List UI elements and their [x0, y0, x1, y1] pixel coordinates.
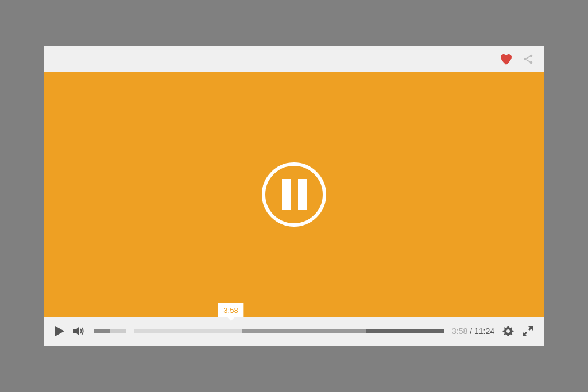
video-player: 3:58 3:58 / 11:24	[44, 46, 544, 346]
pause-icon	[282, 179, 291, 210]
video-viewport[interactable]: 3:58	[44, 72, 544, 317]
seek-tooltip-label: 3:58	[218, 303, 243, 317]
current-time: 3:58	[452, 327, 467, 336]
share-icon	[523, 54, 533, 64]
play-icon	[55, 325, 65, 337]
progress-played	[134, 329, 242, 333]
pause-button[interactable]	[262, 162, 326, 227]
fullscreen-icon	[522, 325, 533, 337]
fullscreen-button[interactable]	[522, 325, 533, 337]
seek-tooltip: 3:58	[218, 303, 243, 317]
settings-button[interactable]	[502, 325, 514, 337]
top-bar	[44, 46, 544, 72]
time-separator: /	[467, 327, 474, 336]
svg-point-0	[530, 55, 533, 57]
time-display: 3:58 / 11:24	[452, 327, 494, 336]
progress-remaining	[366, 329, 444, 333]
svg-line-4	[527, 60, 531, 62]
heart-icon	[500, 53, 513, 65]
svg-point-2	[530, 61, 533, 64]
svg-point-1	[524, 58, 527, 61]
gear-icon	[502, 325, 514, 337]
volume-level	[94, 329, 110, 333]
svg-line-3	[527, 56, 531, 59]
play-button[interactable]	[55, 325, 65, 337]
like-button[interactable]	[500, 53, 513, 65]
share-button[interactable]	[523, 54, 533, 64]
total-time: 11:24	[474, 327, 494, 336]
volume-button[interactable]	[73, 326, 86, 336]
controls-bar: 3:58 / 11:24	[44, 317, 544, 346]
progress-slider[interactable]	[134, 329, 444, 333]
progress-buffered	[242, 329, 366, 333]
speaker-icon	[73, 326, 86, 336]
pause-icon	[298, 179, 307, 210]
volume-slider[interactable]	[94, 329, 126, 333]
